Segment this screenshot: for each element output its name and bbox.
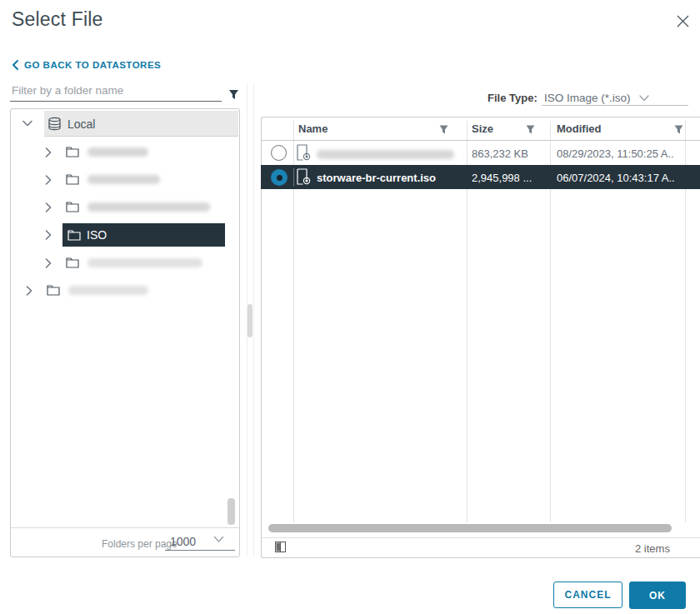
datastore-icon bbox=[48, 117, 62, 131]
file-type-dropdown[interactable]: ISO Image (*.iso) bbox=[544, 92, 631, 104]
chevron-left-icon bbox=[12, 60, 18, 70]
folder-icon bbox=[47, 284, 60, 296]
column-view-toggle-icon[interactable] bbox=[275, 542, 286, 552]
file-size: 2,945,998 ... bbox=[472, 172, 532, 184]
grid-hscroll-thumb[interactable] bbox=[268, 524, 672, 532]
redacted-folder-name[interactable] bbox=[88, 147, 148, 157]
tree-footer-divider bbox=[11, 527, 239, 528]
folder-filter-input[interactable] bbox=[10, 81, 222, 102]
ok-button[interactable]: OK bbox=[629, 582, 686, 609]
grid-footer-divider bbox=[262, 537, 700, 538]
redacted-folder-name[interactable] bbox=[88, 258, 202, 267]
tree-item-iso-label[interactable]: ISO bbox=[87, 228, 107, 242]
chevron-right-icon[interactable] bbox=[26, 286, 32, 296]
filter-funnel-icon[interactable] bbox=[228, 89, 239, 100]
file-modified: 06/07/2024, 10:43:17 A.. bbox=[557, 172, 675, 184]
go-back-to-datastores-link[interactable]: GO BACK TO DATASTORES bbox=[12, 60, 161, 70]
chevron-down-icon[interactable] bbox=[213, 536, 224, 543]
chevron-right-icon[interactable] bbox=[45, 230, 52, 240]
name-filter-funnel-icon[interactable] bbox=[439, 125, 448, 134]
folder-icon bbox=[66, 146, 79, 157]
column-header-name[interactable]: Name bbox=[298, 122, 328, 135]
iso-file-icon bbox=[297, 168, 311, 185]
page-title: Select File bbox=[12, 8, 103, 31]
chevron-down-icon[interactable] bbox=[22, 120, 32, 127]
file-radio-selected[interactable] bbox=[271, 169, 288, 186]
panel-divider-scroll-thumb[interactable] bbox=[248, 304, 252, 337]
column-header-modified[interactable]: Modified bbox=[557, 122, 601, 135]
chevron-right-icon[interactable] bbox=[45, 258, 52, 268]
chevron-right-icon[interactable] bbox=[45, 175, 52, 185]
file-type-label: File Type: bbox=[488, 92, 538, 104]
cancel-button[interactable]: CANCEL bbox=[553, 582, 622, 608]
column-header-size[interactable]: Size bbox=[472, 122, 493, 135]
tree-scroll-thumb[interactable] bbox=[228, 498, 235, 525]
iso-file-icon bbox=[297, 144, 311, 161]
column-separator bbox=[293, 168, 294, 187]
folder-icon bbox=[66, 173, 79, 185]
header-bottom-border bbox=[262, 140, 700, 141]
folder-icon bbox=[66, 201, 79, 212]
folder-filter bbox=[10, 81, 227, 102]
redacted-folder-name[interactable] bbox=[88, 202, 210, 212]
folder-icon bbox=[66, 257, 79, 268]
select-file-dialog: Select File GO BACK TO DATASTORES Local bbox=[0, 0, 700, 614]
folders-per-page-underline bbox=[165, 550, 235, 551]
size-filter-funnel-icon[interactable] bbox=[526, 125, 535, 134]
tree-root-label[interactable]: Local bbox=[68, 117, 95, 131]
items-count: 2 items bbox=[635, 542, 670, 555]
folder-icon bbox=[68, 229, 81, 241]
chevron-down-icon[interactable] bbox=[639, 95, 649, 102]
folders-per-page-label: Folders per page bbox=[102, 538, 178, 550]
redacted-datastore-name[interactable] bbox=[68, 286, 148, 295]
chevron-right-icon[interactable] bbox=[45, 202, 52, 212]
redacted-folder-name[interactable] bbox=[88, 175, 160, 184]
back-link-label: GO BACK TO DATASTORES bbox=[24, 60, 161, 70]
close-button[interactable] bbox=[672, 10, 693, 32]
file-modified: 08/29/2023, 11:50:25 A.. bbox=[557, 147, 674, 160]
file-type-underline bbox=[542, 105, 688, 106]
close-icon bbox=[677, 15, 689, 27]
file-size: 863,232 KB bbox=[472, 147, 528, 160]
file-name: storware-br-current.iso bbox=[317, 172, 436, 184]
redacted-file-name[interactable] bbox=[317, 150, 454, 159]
file-radio-unselected[interactable] bbox=[271, 145, 287, 161]
chevron-right-icon[interactable] bbox=[45, 147, 52, 157]
folders-per-page-value[interactable]: 1000 bbox=[170, 535, 196, 548]
modified-filter-funnel-icon[interactable] bbox=[674, 125, 683, 134]
